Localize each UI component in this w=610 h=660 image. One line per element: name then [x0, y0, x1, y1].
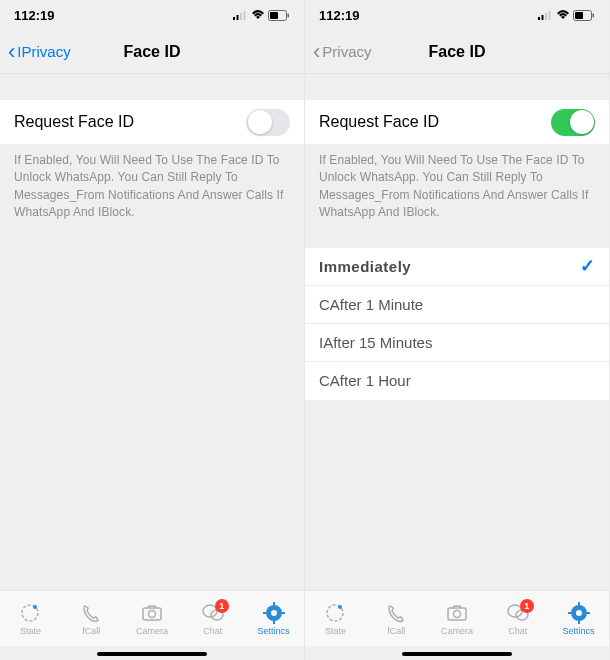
tab-state[interactable]: State [310, 602, 360, 636]
nav-bar: ‹ Privacy Face ID [305, 30, 609, 74]
toggle-knob [248, 110, 272, 134]
svg-rect-19 [538, 17, 540, 20]
svg-rect-24 [575, 12, 583, 19]
left-screen: 112:19 ‹ IPrivacy Face ID Request Face I… [0, 0, 305, 660]
status-time: 112:19 [14, 8, 54, 23]
phone-icon [79, 602, 103, 624]
tab-label: Settіnсs [563, 626, 595, 636]
request-face-id-label: Request Face ID [319, 113, 439, 131]
state-icon [323, 602, 347, 624]
svg-point-14 [271, 610, 277, 616]
right-screen: 112:19 ‹ Privacy Face ID Request Face ID [305, 0, 610, 660]
svg-rect-37 [586, 612, 590, 614]
lock-delay-options: Immediately ✓ CAfter 1 Minute IAfter 15 … [305, 248, 609, 400]
svg-rect-21 [545, 13, 547, 20]
tab-camera[interactable]: Camera [432, 602, 482, 636]
option-label: IAfter 15 Minutes [319, 334, 432, 351]
svg-point-8 [33, 605, 37, 609]
svg-point-29 [453, 610, 460, 617]
tab-bar: State fCall Camera 1 Chat Settіnсs [0, 590, 304, 646]
svg-rect-5 [270, 12, 278, 19]
back-label: IPrivacy [17, 43, 70, 60]
cellular-icon [233, 10, 248, 20]
tab-settings[interactable]: Settіnсs [554, 602, 604, 636]
svg-rect-1 [237, 15, 239, 20]
option-after-15-minutes[interactable]: IAfter 15 Minutes [305, 324, 609, 362]
tab-chat[interactable]: 1 Chat [188, 602, 238, 636]
option-immediately[interactable]: Immediately ✓ [305, 248, 609, 286]
tab-label: State [325, 626, 346, 636]
chevron-left-icon: ‹ [8, 41, 15, 63]
wifi-icon [556, 10, 570, 20]
svg-rect-0 [233, 17, 235, 20]
svg-rect-25 [593, 13, 595, 17]
status-indicators [233, 10, 290, 21]
state-icon [18, 602, 42, 624]
back-label: Privacy [322, 43, 371, 60]
battery-icon [573, 10, 595, 21]
svg-rect-36 [568, 612, 572, 614]
cellular-icon [538, 10, 553, 20]
tab-label: fCall [387, 626, 405, 636]
request-face-id-toggle[interactable] [551, 109, 595, 136]
svg-point-33 [576, 610, 582, 616]
tab-label: Camera [441, 626, 473, 636]
content-area: Request Face ID If Enabled, You Will Nee… [0, 74, 304, 660]
back-button[interactable]: ‹ Privacy [313, 41, 372, 63]
status-time: 112:19 [319, 8, 359, 23]
option-after-1-minute[interactable]: CAfter 1 Minute [305, 286, 609, 324]
chat-badge: 1 [520, 599, 534, 613]
home-indicator[interactable] [97, 652, 207, 656]
tab-label: State [20, 626, 41, 636]
wifi-icon [251, 10, 265, 20]
helper-text: If Enabled, You Will Need To Use The Fac… [305, 144, 609, 222]
tab-label: Chat [203, 626, 222, 636]
request-face-id-toggle[interactable] [246, 109, 290, 136]
svg-rect-35 [578, 620, 580, 624]
tab-state[interactable]: State [5, 602, 55, 636]
chat-badge: 1 [215, 599, 229, 613]
camera-icon [445, 602, 469, 624]
tab-settings[interactable]: Settіnсs [249, 602, 299, 636]
tab-call[interactable]: fCall [66, 602, 116, 636]
tab-camera[interactable]: Camera [127, 602, 177, 636]
svg-rect-34 [578, 602, 580, 606]
tab-label: Settіnсs [258, 626, 290, 636]
gear-icon [567, 602, 591, 624]
option-label: CAfter 1 Hour [319, 372, 411, 389]
request-face-id-row: Request Face ID [0, 100, 304, 144]
helper-text: If Enabled, You Will Need To Use The Fac… [0, 144, 304, 222]
nav-bar: ‹ IPrivacy Face ID [0, 30, 304, 74]
content-area: Request Face ID If Enabled, You Will Nee… [305, 74, 609, 660]
tab-call[interactable]: fCall [371, 602, 421, 636]
tab-label: Chat [508, 626, 527, 636]
camera-icon [140, 602, 164, 624]
home-indicator[interactable] [402, 652, 512, 656]
request-face-id-label: Request Face ID [14, 113, 134, 131]
svg-rect-2 [240, 13, 242, 20]
request-face-id-row: Request Face ID [305, 100, 609, 144]
gear-icon [262, 602, 286, 624]
phone-icon [384, 602, 408, 624]
check-icon: ✓ [580, 255, 596, 277]
option-label: Immediately [319, 258, 411, 275]
svg-rect-17 [263, 612, 267, 614]
battery-icon [268, 10, 290, 21]
tab-bar: State fCall Camera 1 Chat Settіnсs [305, 590, 609, 646]
svg-point-10 [148, 610, 155, 617]
svg-rect-16 [273, 620, 275, 624]
svg-rect-18 [281, 612, 285, 614]
status-bar: 112:19 [305, 0, 609, 30]
svg-rect-15 [273, 602, 275, 606]
chevron-left-icon: ‹ [313, 41, 320, 63]
option-after-1-hour[interactable]: CAfter 1 Hour [305, 362, 609, 400]
status-indicators [538, 10, 595, 21]
toggle-knob [570, 110, 594, 134]
tab-label: fCall [82, 626, 100, 636]
back-button[interactable]: ‹ IPrivacy [8, 41, 71, 63]
svg-rect-3 [244, 11, 246, 20]
svg-rect-6 [288, 13, 290, 17]
svg-point-27 [338, 605, 342, 609]
tab-label: Camera [136, 626, 168, 636]
tab-chat[interactable]: 1 Chat [493, 602, 543, 636]
